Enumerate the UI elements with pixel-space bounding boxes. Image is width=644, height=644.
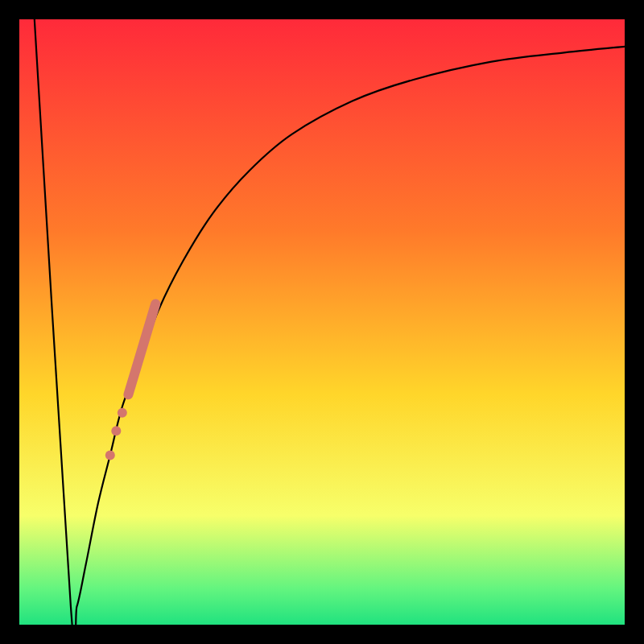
chart-curve-layer: [19, 19, 625, 625]
marker-dot: [111, 426, 121, 436]
plot-frame: TheBottleneck.com: [19, 19, 625, 625]
bottleneck-curve: [35, 19, 625, 625]
marker-bar: [128, 303, 155, 394]
marker-dot: [118, 408, 127, 418]
marker-dot: [105, 450, 115, 460]
curve-markers: [105, 303, 155, 460]
